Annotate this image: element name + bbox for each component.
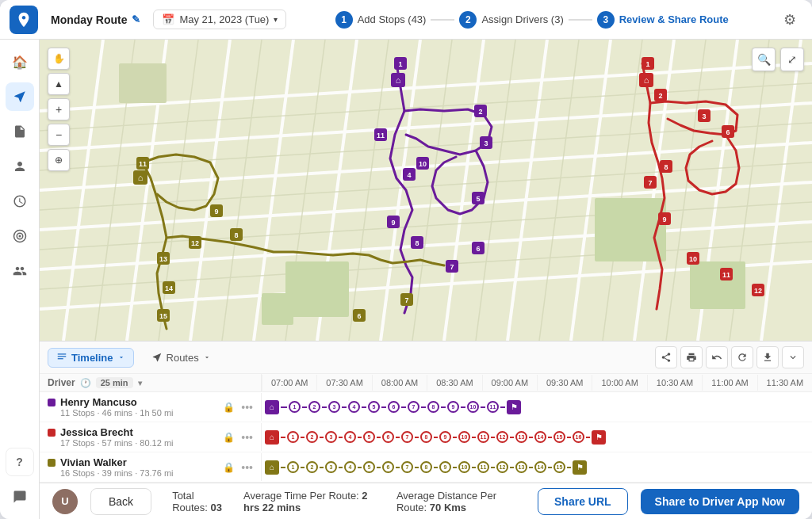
svg-rect-111 <box>58 353 67 354</box>
sidebar-item-route[interactable] <box>6 82 34 111</box>
stop-dot: 5 <box>368 401 380 413</box>
route-connector <box>434 467 438 468</box>
stop-dot: 10 <box>467 401 479 413</box>
driver-name-vivian: Vivian Walker <box>48 456 174 468</box>
share-driver-app-button[interactable]: Share to Driver App Now <box>641 489 799 514</box>
svg-text:11: 11 <box>139 160 147 168</box>
sidebar-item-help[interactable]: ? <box>6 448 34 476</box>
svg-text:8: 8 <box>415 239 419 247</box>
share-timeline-button[interactable] <box>655 346 677 368</box>
stop-dot: 7 <box>401 431 413 443</box>
route-connector <box>281 437 285 438</box>
sidebar-item-target[interactable] <box>6 222 34 250</box>
steps-navigation: 1 Add Stops (43) 2 Assign Drivers (3) 3 … <box>299 11 764 29</box>
svg-text:8: 8 <box>664 163 668 171</box>
total-routes-value: 03 <box>211 502 222 513</box>
edit-route-icon[interactable]: ✎ <box>132 13 140 25</box>
zoom-out-button[interactable]: − <box>48 124 70 146</box>
stop-dot: 1 <box>287 431 299 443</box>
more-icon-vivian[interactable]: ••• <box>241 461 253 474</box>
sidebar-item-schedule[interactable] <box>6 187 34 216</box>
date-label: May 21, 2023 (Tue) <box>179 13 269 25</box>
driver-timeline-jessica: ⌂ 1 2 3 4 5 <box>262 427 812 448</box>
svg-text:1: 1 <box>398 60 402 68</box>
zoom-in-button[interactable]: + <box>48 98 70 120</box>
end-flag-henry: ⚑ <box>507 400 521 414</box>
step-1-num: 1 <box>335 11 353 29</box>
route-connector <box>281 406 287 408</box>
route-connector <box>377 437 381 438</box>
stop-dot: 12 <box>496 461 508 473</box>
step-2[interactable]: 2 Assign Drivers (3) <box>459 11 563 29</box>
sidebar-item-contacts[interactable] <box>6 257 34 285</box>
stop-dot: 7 <box>401 461 413 473</box>
time-interval-chevron: ▾ <box>138 379 142 387</box>
app-logo <box>10 6 38 34</box>
avg-time-stat: Average Time Per Route: 2 hrs 22 mins <box>243 490 381 513</box>
pan-mode-button[interactable]: ✋ <box>48 48 70 70</box>
route-line-jessica: ⌂ 1 2 3 4 5 <box>262 430 609 445</box>
svg-text:9: 9 <box>214 208 218 216</box>
undo-button[interactable] <box>706 346 728 368</box>
print-button[interactable] <box>680 346 703 368</box>
stop-dot: 9 <box>447 401 459 413</box>
settings-button[interactable]: ⚙ <box>777 7 802 32</box>
step-1[interactable]: 1 Add Stops (43) <box>335 11 427 29</box>
more-options-button[interactable] <box>782 346 804 368</box>
svg-rect-41 <box>690 261 745 309</box>
back-button[interactable]: Back <box>90 488 151 515</box>
driver-name-jessica: Jessica Brecht <box>48 426 174 438</box>
refresh-button[interactable] <box>731 346 753 368</box>
date-selector[interactable]: 📅 May 21, 2023 (Tue) ▾ <box>153 10 286 29</box>
sidebar-item-home[interactable]: 🏠 <box>6 48 34 76</box>
driver-color-jessica <box>48 429 56 437</box>
pointer-mode-button[interactable]: ▲ <box>48 73 70 95</box>
svg-text:11: 11 <box>722 271 730 279</box>
stop-dot: 8 <box>420 461 432 473</box>
svg-text:⌂: ⌂ <box>396 75 401 85</box>
download-button[interactable] <box>756 346 779 368</box>
step-2-label: Assign Drivers (3) <box>481 13 563 25</box>
route-connector <box>396 437 400 438</box>
lock-icon-henry: 🔒 <box>223 402 235 413</box>
route-connector <box>339 467 343 468</box>
svg-rect-39 <box>262 293 293 325</box>
locate-button[interactable]: ⊕ <box>48 149 70 171</box>
time-slot-9: 11:30 AM <box>757 375 812 391</box>
route-connector <box>510 467 514 468</box>
lock-icon-jessica: 🔒 <box>223 432 235 443</box>
fullscreen-button[interactable]: ⤢ <box>780 48 804 71</box>
route-line-vivian: ⌂ 1 2 3 4 5 <box>262 460 590 475</box>
svg-text:11: 11 <box>377 132 385 139</box>
time-slot-4: 09:00 AM <box>482 375 537 391</box>
sidebar-item-drivers[interactable] <box>6 152 34 181</box>
driver-info-henry: Henry Mancuso 11 Stops · 46 mins · 1h 50… <box>40 393 262 421</box>
svg-text:13: 13 <box>159 255 167 263</box>
step-1-label: Add Stops (43) <box>358 13 427 25</box>
sidebar-item-stops[interactable] <box>6 117 34 146</box>
driver-info-jessica: Jessica Brecht 17 Stops · 57 mins · 80.1… <box>40 423 262 451</box>
timeline-tab[interactable]: Timeline <box>48 348 134 368</box>
svg-text:15: 15 <box>159 312 167 320</box>
route-connector <box>472 467 476 468</box>
route-connector <box>529 437 533 438</box>
route-connector <box>322 406 327 408</box>
svg-point-2 <box>18 235 21 238</box>
end-flag-jessica: ⚑ <box>592 430 606 445</box>
more-icon-jessica[interactable]: ••• <box>241 431 253 444</box>
sidebar-item-chat[interactable] <box>6 483 34 511</box>
route-connector <box>362 406 366 408</box>
stop-dot: 11 <box>477 431 489 443</box>
search-map-button[interactable]: 🔍 <box>752 48 776 71</box>
driver-stats-henry: 11 Stops · 46 mins · 1h 50 mi <box>48 408 174 418</box>
step-3[interactable]: 3 Review & Share Route <box>597 11 729 29</box>
more-icon-henry[interactable]: ••• <box>241 401 253 414</box>
stop-dot: 11 <box>477 461 489 473</box>
stop-dot: 8 <box>420 431 432 443</box>
table-row: Vivian Walker 16 Stops · 39 mins · 73.76… <box>40 452 812 483</box>
route-connector <box>529 467 533 468</box>
driver-name-label-vivian: Vivian Walker <box>60 456 127 468</box>
share-url-button[interactable]: Share URL <box>538 488 628 515</box>
svg-text:4: 4 <box>407 171 411 179</box>
routes-tab[interactable]: Routes <box>144 349 219 367</box>
